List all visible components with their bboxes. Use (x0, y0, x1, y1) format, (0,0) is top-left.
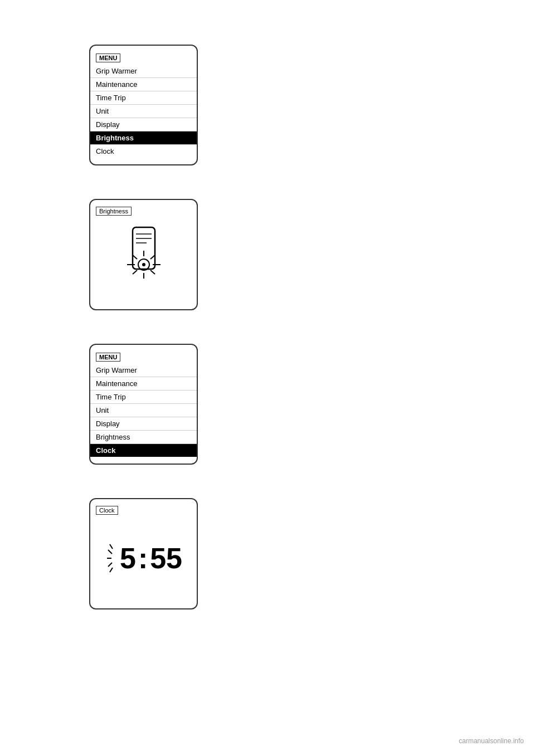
svg-line-9 (150, 270, 155, 274)
menu-item-brightness-1[interactable]: Brightness (90, 131, 197, 145)
menu-clock-screen: MENU Grip Warmer Maintenance Time Trip U… (89, 344, 198, 465)
page-container: MENU Grip Warmer Maintenance Time Trip U… (0, 0, 535, 756)
svg-line-8 (133, 270, 137, 274)
menu-item-time-trip-2[interactable]: Time Trip (90, 391, 197, 404)
clock-time-display: 5 : 55 (105, 539, 182, 578)
menu-title-2: MENU (96, 353, 120, 362)
svg-line-16 (108, 563, 112, 567)
menu-item-clock-2[interactable]: Clock (90, 444, 197, 457)
menu-item-brightness-2[interactable]: Brightness (90, 431, 197, 444)
brightness-title: Brightness (96, 207, 132, 216)
watermark: carmanualsonline.info (459, 737, 524, 745)
clock-hour-value: 5 (120, 542, 136, 575)
clock-minute-value: 55 (150, 542, 182, 575)
menu-brightness-screen: MENU Grip Warmer Maintenance Time Trip U… (89, 45, 198, 165)
menu-item-grip-warmer-2[interactable]: Grip Warmer (90, 364, 197, 377)
clock-screen: Clock 5 : 55 (89, 498, 198, 609)
menu-item-unit-1[interactable]: Unit (90, 105, 197, 118)
menu-item-display-2[interactable]: Display (90, 417, 197, 431)
brightness-screen: Brightness (89, 199, 198, 310)
svg-line-15 (108, 550, 112, 554)
menu-item-maintenance-2[interactable]: Maintenance (90, 377, 197, 391)
menu-item-grip-warmer-1[interactable]: Grip Warmer (90, 65, 197, 78)
menu-item-display-1[interactable]: Display (90, 118, 197, 131)
clock-content: 5 : 55 (90, 515, 197, 601)
clock-hour-rays-svg (105, 539, 121, 578)
clock-colon: : (138, 544, 148, 573)
brightness-icon (116, 223, 172, 295)
menu-item-clock-1[interactable]: Clock (90, 145, 197, 158)
menu-item-unit-2[interactable]: Unit (90, 404, 197, 417)
svg-line-17 (110, 544, 113, 549)
menu-title-1: MENU (96, 53, 120, 62)
svg-point-10 (142, 263, 145, 266)
brightness-svg (116, 223, 172, 295)
menu-item-maintenance-1[interactable]: Maintenance (90, 78, 197, 91)
clock-title: Clock (96, 506, 118, 515)
brightness-content (90, 216, 197, 302)
menu-item-time-trip-1[interactable]: Time Trip (90, 91, 197, 105)
svg-line-18 (110, 568, 113, 572)
